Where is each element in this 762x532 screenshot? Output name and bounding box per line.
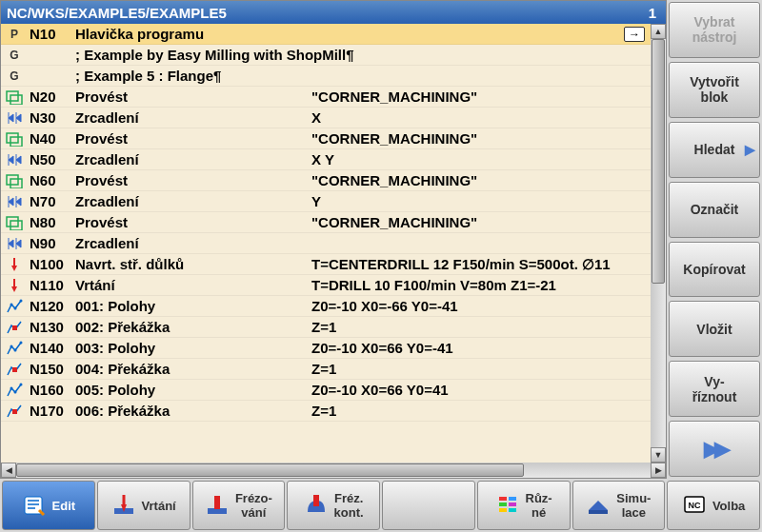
scroll-right-button[interactable]: ▶ bbox=[651, 463, 666, 478]
row-number: N110 bbox=[28, 277, 71, 293]
row-name: Provést bbox=[71, 89, 308, 105]
svg-point-12 bbox=[10, 345, 13, 347]
row-number: N130 bbox=[28, 319, 71, 335]
row-icon bbox=[1, 236, 28, 251]
program-row[interactable]: N30ZrcadleníX bbox=[1, 108, 651, 128]
horizontal-scrollbar[interactable]: ◀ ▶ bbox=[1, 463, 666, 478]
program-row[interactable]: N60Provést"CORNER_MACHINING" bbox=[1, 170, 651, 191]
program-row[interactable]: N130002: PřekážkaZ=1 bbox=[1, 317, 651, 338]
row-icon bbox=[1, 299, 28, 314]
row-name: Zrcadlení bbox=[71, 151, 308, 167]
row-icon bbox=[1, 320, 28, 335]
contour-icon bbox=[304, 493, 329, 518]
program-row[interactable]: G; Example 5 : Flange¶ bbox=[1, 66, 651, 87]
svg-rect-2 bbox=[7, 133, 18, 143]
svg-rect-7 bbox=[10, 221, 22, 230]
softkey-bottom-0[interactable]: Edit bbox=[2, 481, 95, 530]
softkey-bottom-2[interactable]: Frézo- vání bbox=[192, 481, 286, 530]
titlebar: NC/WKS/EXAMPLE5/EXAMPLE5 1 bbox=[1, 1, 666, 24]
row-icon bbox=[1, 131, 28, 147]
row-number: N150 bbox=[28, 361, 71, 377]
row-icon bbox=[1, 173, 28, 188]
row-number: N10 bbox=[28, 26, 71, 42]
program-row[interactable]: N40Provést"CORNER_MACHINING" bbox=[1, 128, 651, 149]
svg-rect-31 bbox=[589, 510, 608, 514]
edit-icon bbox=[22, 493, 47, 518]
row-params: Z=1 bbox=[308, 319, 624, 335]
softkey-right-6[interactable]: Vy- říznout bbox=[669, 361, 760, 417]
row-params: Z=1 bbox=[308, 403, 624, 419]
svg-rect-23 bbox=[214, 496, 220, 509]
softkey-bottom-7[interactable]: NCVolba bbox=[667, 481, 760, 530]
row-params: "CORNER_MACHINING" bbox=[308, 89, 624, 105]
svg-point-16 bbox=[10, 386, 13, 389]
row-name: ; Example 5 : Flange¶ bbox=[71, 68, 308, 84]
svg-point-17 bbox=[14, 390, 17, 393]
softkey-bottom-1[interactable]: Vrtání bbox=[97, 481, 190, 530]
row-params: T=DRILL 10 F100/min V=80m Z1=-21 bbox=[308, 277, 624, 293]
misc-icon bbox=[495, 493, 520, 518]
program-row[interactable]: N90Zrcadlení bbox=[1, 233, 651, 254]
softkey-bottom-3[interactable]: Fréz. kont. bbox=[287, 481, 380, 530]
softkey-right-5[interactable]: Vložit bbox=[669, 301, 760, 357]
row-name: 004: Překážka bbox=[71, 361, 308, 377]
program-path: NC/WKS/EXAMPLE5/EXAMPLE5 bbox=[7, 5, 649, 21]
softkey-bottom-5[interactable]: Růz- né bbox=[477, 481, 571, 530]
hscroll-thumb[interactable] bbox=[16, 463, 524, 477]
svg-point-10 bbox=[20, 299, 23, 302]
row-expand-button[interactable]: → bbox=[624, 27, 645, 42]
softkey-bottom-6[interactable]: Simu- lace bbox=[572, 481, 666, 530]
svg-rect-26 bbox=[499, 502, 507, 506]
softkey-right-2[interactable]: Hledat▶ bbox=[669, 122, 760, 178]
svg-point-8 bbox=[10, 303, 13, 305]
scroll-left-button[interactable]: ◀ bbox=[1, 463, 16, 478]
program-row[interactable]: N160005: PolohyZ0=-10 X0=66 Y0=41 bbox=[1, 380, 651, 401]
program-row[interactable]: N100Navrt. stř. důlkůT=CENTERDRILL 12 F1… bbox=[1, 254, 651, 275]
row-icon bbox=[1, 341, 28, 356]
program-row[interactable]: G; Example by Easy Milling with ShopMill… bbox=[1, 45, 651, 66]
program-row[interactable]: N150004: PřekážkaZ=1 bbox=[1, 359, 651, 380]
svg-rect-25 bbox=[499, 497, 507, 501]
program-rows[interactable]: PN10Hlavička programu→G; Example by Easy… bbox=[1, 24, 651, 463]
title-number: 1 bbox=[649, 5, 660, 21]
program-row[interactable]: N20Provést"CORNER_MACHINING" bbox=[1, 87, 651, 108]
svg-rect-0 bbox=[7, 91, 18, 101]
program-row[interactable]: N120001: PolohyZ0=-10 X0=-66 Y0=-41 bbox=[1, 296, 651, 317]
program-row[interactable]: N80Provést"CORNER_MACHINING" bbox=[1, 212, 651, 233]
row-icon bbox=[1, 383, 28, 398]
drill-icon bbox=[111, 493, 136, 518]
program-row[interactable]: N140003: PolohyZ0=-10 X0=66 Y0=-41 bbox=[1, 338, 651, 359]
svg-rect-27 bbox=[499, 508, 507, 512]
row-number: N160 bbox=[28, 382, 71, 398]
row-number: N30 bbox=[28, 109, 71, 126]
softkey-bottom-4[interactable] bbox=[382, 481, 475, 530]
program-editor: NC/WKS/EXAMPLE5/EXAMPLE5 1 PN10Hlavička … bbox=[0, 0, 667, 479]
row-number: N170 bbox=[28, 403, 71, 419]
program-row[interactable]: N70ZrcadleníY bbox=[1, 191, 651, 212]
row-icon bbox=[1, 194, 28, 209]
scroll-up-button[interactable]: ▲ bbox=[651, 24, 666, 39]
program-row[interactable]: PN10Hlavička programu→ bbox=[1, 24, 651, 45]
mill-icon bbox=[205, 493, 230, 518]
row-name: 002: Překážka bbox=[71, 319, 308, 335]
softkey-right-1[interactable]: Vytvořit blok bbox=[669, 62, 760, 118]
row-name: 005: Polohy bbox=[71, 382, 308, 398]
scroll-down-button[interactable]: ▼ bbox=[651, 447, 666, 463]
softkey-right-3[interactable]: Označit bbox=[669, 182, 760, 238]
row-params: "CORNER_MACHINING" bbox=[308, 172, 624, 188]
play-icon: ▶▶ bbox=[704, 437, 725, 462]
program-row[interactable]: N110VrtáníT=DRILL 10 F100/min V=80m Z1=-… bbox=[1, 275, 651, 296]
softkey-right-7[interactable]: ▶▶ bbox=[669, 421, 760, 477]
row-number: N60 bbox=[28, 172, 71, 188]
program-row[interactable]: N170006: PřekážkaZ=1 bbox=[1, 401, 651, 422]
row-icon: P bbox=[1, 28, 28, 41]
vertical-scrollbar[interactable]: ▲ ▼ bbox=[651, 24, 666, 463]
row-name: Provést bbox=[71, 172, 308, 188]
row-name: Provést bbox=[71, 130, 308, 147]
row-icon bbox=[1, 152, 28, 167]
softkey-right-4[interactable]: Kopírovat bbox=[669, 242, 760, 298]
row-params: X bbox=[308, 109, 624, 126]
scroll-thumb[interactable] bbox=[652, 39, 665, 284]
svg-point-13 bbox=[14, 348, 17, 351]
program-row[interactable]: N50ZrcadleníX Y bbox=[1, 149, 651, 170]
